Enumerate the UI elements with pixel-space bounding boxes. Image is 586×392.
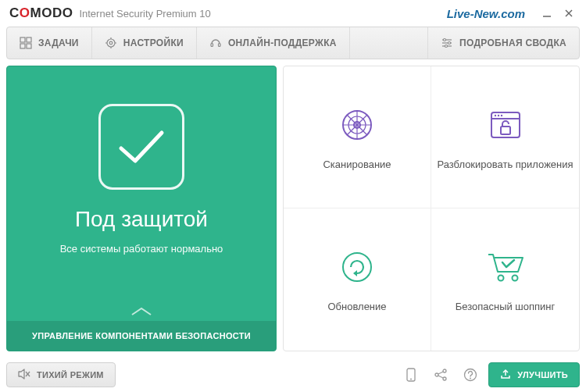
logo-text-2: MODO bbox=[30, 5, 73, 20]
shopping-cart-icon bbox=[484, 245, 527, 289]
svg-point-18 bbox=[444, 39, 446, 41]
toolbar-settings[interactable]: НАСТРОЙКИ bbox=[92, 27, 197, 59]
scan-icon bbox=[335, 103, 379, 147]
share-button[interactable] bbox=[429, 363, 452, 387]
svg-point-45 bbox=[443, 377, 446, 380]
tile-unblock-label: Разблокировать приложения bbox=[437, 158, 573, 172]
status-footer-label: УПРАВЛЕНИЕ КОМПОНЕНТАМИ БЕЗОПАСНОСТИ bbox=[32, 331, 251, 340]
svg-point-44 bbox=[443, 369, 446, 372]
tile-update-label: Обновление bbox=[327, 300, 386, 314]
help-button[interactable] bbox=[459, 363, 482, 387]
sliders-icon bbox=[441, 37, 453, 49]
help-icon bbox=[463, 368, 477, 382]
svg-rect-4 bbox=[27, 37, 31, 42]
quiet-mode-label: ТИХИЙ РЕЖИМ bbox=[37, 370, 104, 380]
upgrade-label: УЛУЧШИТЬ bbox=[517, 370, 568, 380]
tile-scan[interactable]: Сканирование bbox=[284, 66, 431, 208]
tile-update[interactable]: Обновление bbox=[284, 208, 431, 351]
svg-rect-6 bbox=[27, 44, 31, 48]
upload-icon bbox=[500, 369, 511, 381]
status-panel: Под защитой Все системы работают нормаль… bbox=[6, 66, 277, 351]
svg-point-49 bbox=[470, 378, 471, 380]
svg-marker-38 bbox=[19, 369, 24, 379]
svg-point-42 bbox=[410, 379, 412, 380]
tile-secure-shopping[interactable]: Безопасный шоппинг bbox=[431, 208, 579, 351]
svg-point-32 bbox=[500, 115, 502, 116]
gear-icon bbox=[105, 37, 117, 49]
status-check-icon bbox=[98, 104, 184, 190]
status-subtitle: Все системы работают нормально bbox=[60, 243, 223, 255]
svg-line-46 bbox=[438, 372, 443, 374]
svg-point-36 bbox=[498, 276, 503, 281]
brand-link[interactable]: Live-New.com bbox=[447, 7, 525, 20]
svg-point-43 bbox=[435, 373, 438, 376]
status-title: Под защитой bbox=[75, 207, 208, 232]
tasks-icon bbox=[20, 37, 32, 49]
close-button[interactable] bbox=[558, 4, 580, 23]
svg-rect-5 bbox=[20, 44, 25, 48]
mute-icon bbox=[18, 369, 30, 381]
minimize-icon bbox=[542, 9, 552, 18]
toolbar: ЗАДАЧИ НАСТРОЙКИ ОНЛАЙН-ПОДДЕРЖКА ПОДРОБ… bbox=[6, 27, 580, 59]
logo-text-1: C bbox=[9, 5, 20, 20]
upgrade-button[interactable]: УЛУЧШИТЬ bbox=[488, 362, 580, 387]
bottombar: ТИХИЙ РЕЖИМ УЛУЧШИТЬ bbox=[0, 358, 586, 392]
svg-rect-13 bbox=[211, 44, 213, 47]
svg-point-34 bbox=[343, 253, 371, 281]
svg-point-19 bbox=[448, 42, 451, 45]
svg-point-37 bbox=[512, 276, 517, 281]
svg-point-20 bbox=[445, 45, 448, 48]
tiles-grid: Сканирование Разблокировать приложения bbox=[283, 66, 580, 351]
quiet-mode-button[interactable]: ТИХИЙ РЕЖИМ bbox=[6, 362, 116, 387]
chevron-up-icon[interactable] bbox=[130, 305, 152, 319]
headset-icon bbox=[209, 37, 222, 49]
svg-rect-33 bbox=[501, 127, 510, 134]
svg-point-30 bbox=[494, 115, 495, 116]
svg-point-7 bbox=[107, 39, 115, 47]
close-icon bbox=[564, 9, 573, 18]
svg-point-31 bbox=[497, 115, 498, 116]
tile-scan-label: Сканирование bbox=[323, 158, 391, 172]
minimize-button[interactable] bbox=[536, 4, 558, 23]
toolbar-settings-label: НАСТРОЙКИ bbox=[123, 37, 184, 48]
titlebar: COMODO Internet Security Premium 10 Live… bbox=[0, 0, 586, 27]
main-area: Под защитой Все системы работают нормаль… bbox=[0, 59, 586, 358]
app-logo: COMODO bbox=[9, 5, 73, 21]
toolbar-support-label: ОНЛАЙН-ПОДДЕРЖКА bbox=[228, 37, 337, 48]
toolbar-tasks-label: ЗАДАЧИ bbox=[38, 37, 79, 48]
svg-marker-35 bbox=[353, 270, 357, 276]
product-name: Internet Security Premium 10 bbox=[79, 8, 210, 20]
svg-line-47 bbox=[438, 376, 443, 378]
svg-rect-3 bbox=[20, 37, 25, 42]
tile-shopping-label: Безопасный шоппинг bbox=[456, 300, 556, 314]
tile-unblock-apps[interactable]: Разблокировать приложения bbox=[431, 66, 579, 208]
update-icon bbox=[335, 245, 379, 289]
share-icon bbox=[434, 368, 448, 382]
toolbar-tasks[interactable]: ЗАДАЧИ bbox=[7, 27, 92, 59]
manage-security-components[interactable]: УПРАВЛЕНИЕ КОМПОНЕНТАМИ БЕЗОПАСНОСТИ bbox=[7, 321, 276, 351]
svg-point-8 bbox=[109, 41, 113, 45]
toolbar-detailed-summary[interactable]: ПОДРОБНАЯ СВОДКА bbox=[427, 27, 579, 59]
phone-icon bbox=[406, 368, 416, 382]
svg-rect-14 bbox=[218, 44, 220, 47]
mobile-button[interactable] bbox=[399, 363, 423, 387]
unlock-app-icon bbox=[484, 103, 527, 147]
toolbar-detailed-label: ПОДРОБНАЯ СВОДКА bbox=[459, 37, 566, 48]
toolbar-support[interactable]: ОНЛАЙН-ПОДДЕРЖКА bbox=[197, 27, 350, 59]
logo-text-o: O bbox=[20, 5, 30, 20]
